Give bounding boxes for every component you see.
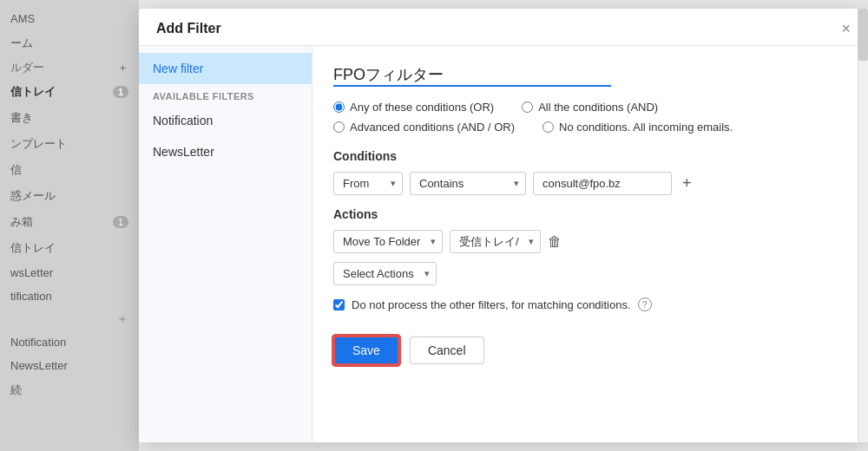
sidebar-item-trash[interactable]: み箱 1: [0, 209, 139, 235]
delete-action-button[interactable]: 🗑: [548, 234, 562, 250]
radio-advanced[interactable]: Advanced conditions (AND / OR): [333, 121, 515, 134]
available-filters-label: AVAILABLE FILTERS: [139, 84, 312, 105]
contains-select-wrapper: Contains Does not contain Is: [410, 172, 526, 195]
condition-value-input[interactable]: [533, 172, 672, 195]
sidebar-item-inbox2[interactable]: 信トレイ: [0, 235, 139, 261]
add-filter-modal: Add Filter × New filter AVAILABLE FILTER…: [139, 9, 868, 442]
sidebar-item-notification2[interactable]: Notification: [0, 330, 139, 354]
action-type-select[interactable]: Move To Folder Mark as read Delete: [333, 230, 443, 253]
contains-select[interactable]: Contains Does not contain Is: [410, 172, 526, 195]
filter-item-newsletter[interactable]: NewsLetter: [139, 136, 312, 167]
add-condition-button[interactable]: +: [679, 174, 695, 193]
radio-row-2: Advanced conditions (AND / OR) No condit…: [333, 121, 847, 134]
right-panel: Any of these conditions (OR) All the con…: [312, 46, 868, 442]
actions-section: Actions Move To Folder Mark as read Dele…: [333, 207, 847, 285]
sidebar-item-folder[interactable]: ルダー ＋: [0, 56, 139, 79]
sidebar: AMS ーム ルダー ＋ 信トレイ 1 書き ンプレート 信 惑メール み箱 1…: [0, 0, 139, 451]
sidebar-item-newsletter[interactable]: wsLetter: [0, 261, 139, 284]
new-filter-item[interactable]: New filter: [139, 53, 312, 84]
sidebar-item-home[interactable]: ーム: [0, 30, 139, 56]
sidebar-item-template[interactable]: ンプレート: [0, 131, 139, 157]
modal-title: Add Filter: [156, 21, 221, 36]
folder-select[interactable]: 受信トレイ/ 書き/: [450, 230, 541, 253]
scroll-indicator: [858, 46, 868, 442]
radio-none[interactable]: No conditions. All incoming emails.: [542, 121, 733, 134]
radio-or[interactable]: Any of these conditions (OR): [333, 101, 494, 114]
cancel-button[interactable]: Cancel: [410, 337, 484, 364]
modal-body: New filter AVAILABLE FILTERS Notificatio…: [139, 46, 868, 442]
radio-group: Any of these conditions (OR) All the con…: [333, 101, 847, 134]
add-section-icon[interactable]: ＋: [116, 311, 128, 327]
left-panel: New filter AVAILABLE FILTERS Notificatio…: [139, 46, 312, 442]
radio-row-1: Any of these conditions (OR) All the con…: [333, 101, 847, 114]
sidebar-item-ams[interactable]: AMS: [0, 7, 139, 30]
filter-item-notification[interactable]: Notification: [139, 105, 312, 136]
close-button[interactable]: ×: [841, 21, 851, 36]
help-icon[interactable]: ?: [638, 297, 652, 311]
actions-title: Actions: [333, 207, 847, 221]
save-button[interactable]: Save: [333, 336, 399, 365]
sidebar-item-newsletter2[interactable]: NewsLetter: [0, 354, 139, 377]
sidebar-item-spam[interactable]: 惑メール: [0, 183, 139, 209]
sidebar-item-continue[interactable]: 続: [0, 377, 139, 403]
radio-and[interactable]: All the conditions (AND): [522, 101, 658, 114]
from-select[interactable]: From To Subject: [333, 172, 403, 195]
conditions-title: Conditions: [333, 149, 847, 163]
sidebar-item-notification[interactable]: tification: [0, 284, 139, 308]
select-actions-select[interactable]: Select Actions Mark as read Forward: [333, 262, 437, 285]
add-folder-icon[interactable]: ＋: [117, 60, 128, 75]
sidebar-item-sent[interactable]: 信: [0, 157, 139, 183]
move-to-folder-wrapper: Move To Folder Mark as read Delete: [333, 230, 443, 253]
filter-name-input[interactable]: [333, 63, 611, 87]
actions-row-1: Move To Folder Mark as read Delete 受信トレイ…: [333, 230, 847, 253]
modal-header: Add Filter ×: [139, 9, 868, 46]
conditions-row: From To Subject Contains Does not contai…: [333, 172, 847, 195]
scroll-thumb[interactable]: [858, 46, 868, 61]
do-not-process-checkbox[interactable]: [333, 299, 345, 310]
from-select-wrapper: From To Subject: [333, 172, 403, 195]
sidebar-item-drafts[interactable]: 書き: [0, 105, 139, 131]
checkbox-row: Do not process the other filters, for ma…: [333, 297, 847, 311]
folder-select-wrapper: 受信トレイ/ 書き/: [450, 230, 541, 253]
select-actions-wrapper: Select Actions Mark as read Forward: [333, 262, 437, 285]
actions-row-2: Select Actions Mark as read Forward: [333, 262, 847, 285]
footer-buttons: Save Cancel: [333, 327, 847, 369]
sidebar-item-inbox[interactable]: 信トレイ 1: [0, 79, 139, 105]
